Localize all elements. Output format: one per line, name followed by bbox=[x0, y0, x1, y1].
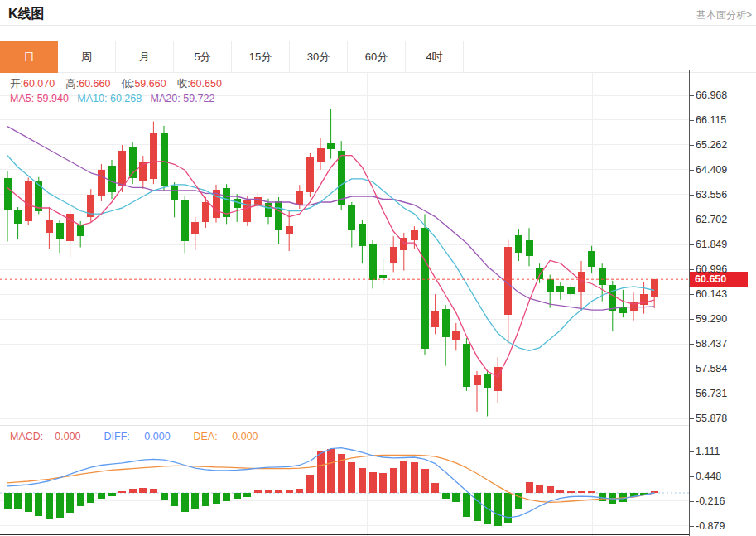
macd-bar[interactable] bbox=[556, 490, 564, 493]
macd-bar[interactable] bbox=[578, 491, 585, 493]
candle[interactable] bbox=[369, 244, 377, 280]
candle[interactable] bbox=[536, 268, 543, 278]
macd-bar[interactable] bbox=[474, 493, 481, 521]
macd-bar[interactable] bbox=[171, 493, 178, 506]
candle[interactable] bbox=[442, 309, 450, 336]
macd-bar[interactable] bbox=[191, 493, 199, 509]
macd-bar[interactable] bbox=[77, 493, 84, 506]
macd-bar[interactable] bbox=[526, 482, 533, 493]
candle[interactable] bbox=[243, 200, 251, 222]
macd-bar[interactable] bbox=[223, 493, 230, 501]
macd-bar[interactable] bbox=[46, 493, 53, 519]
candle[interactable] bbox=[390, 247, 397, 263]
macd-bar[interactable] bbox=[327, 449, 335, 493]
macd-bar[interactable] bbox=[118, 491, 126, 493]
macd-bar[interactable] bbox=[66, 493, 74, 513]
candle[interactable] bbox=[484, 374, 491, 389]
tab-60分[interactable]: 60分 bbox=[348, 41, 406, 73]
candle[interactable] bbox=[161, 133, 168, 186]
macd-bar[interactable] bbox=[651, 491, 658, 493]
macd-bar[interactable] bbox=[547, 486, 554, 493]
candle[interactable] bbox=[46, 220, 53, 233]
candle[interactable] bbox=[77, 225, 84, 236]
candlestick-chart[interactable] bbox=[0, 73, 689, 427]
candle[interactable] bbox=[306, 157, 314, 192]
macd-bar[interactable] bbox=[317, 451, 325, 493]
candle[interactable] bbox=[588, 251, 595, 266]
macd-bar[interactable] bbox=[14, 493, 22, 509]
macd-bar[interactable] bbox=[431, 483, 439, 493]
candle[interactable] bbox=[171, 186, 178, 200]
candle[interactable] bbox=[191, 222, 199, 234]
macd-bar[interactable] bbox=[254, 490, 262, 493]
candle[interactable] bbox=[651, 279, 658, 296]
macd-bar[interactable] bbox=[181, 493, 189, 512]
candle[interactable] bbox=[296, 191, 303, 205]
macd-bar[interactable] bbox=[4, 493, 12, 509]
candle[interactable] bbox=[25, 181, 32, 221]
candle[interactable] bbox=[431, 311, 439, 327]
macd-bar[interactable] bbox=[275, 490, 282, 493]
candle[interactable] bbox=[254, 197, 262, 205]
macd-bar[interactable] bbox=[588, 491, 595, 493]
candle[interactable] bbox=[202, 202, 209, 222]
macd-bar[interactable] bbox=[213, 493, 220, 504]
candle[interactable] bbox=[609, 285, 616, 311]
candle[interactable] bbox=[379, 275, 387, 279]
tab-日[interactable]: 日 bbox=[0, 41, 58, 73]
macd-bar[interactable] bbox=[379, 473, 387, 493]
candle[interactable] bbox=[56, 223, 64, 239]
macd-bar[interactable] bbox=[567, 491, 575, 493]
candle[interactable] bbox=[108, 166, 116, 192]
candle[interactable] bbox=[317, 148, 325, 162]
macd-bar[interactable] bbox=[369, 472, 377, 493]
macd-chart[interactable] bbox=[0, 427, 689, 536]
tab-5分[interactable]: 5分 bbox=[174, 41, 232, 73]
candle[interactable] bbox=[599, 268, 606, 284]
macd-bar[interactable] bbox=[265, 490, 272, 493]
candle[interactable] bbox=[526, 240, 533, 256]
candle[interactable] bbox=[348, 205, 355, 230]
macd-bar[interactable] bbox=[286, 490, 293, 493]
macd-bar[interactable] bbox=[463, 493, 470, 517]
tab-月[interactable]: 月 bbox=[116, 41, 174, 73]
candle[interactable] bbox=[150, 133, 157, 179]
macd-bar[interactable] bbox=[390, 468, 397, 493]
macd-bar[interactable] bbox=[202, 493, 209, 506]
tab-4时[interactable]: 4时 bbox=[406, 41, 464, 73]
macd-bar[interactable] bbox=[25, 493, 32, 512]
candle[interactable] bbox=[359, 224, 366, 246]
macd-bar[interactable] bbox=[296, 489, 303, 493]
tab-30分[interactable]: 30分 bbox=[290, 41, 348, 73]
macd-bar[interactable] bbox=[35, 493, 42, 516]
candle[interactable] bbox=[98, 170, 105, 196]
tab-周[interactable]: 周 bbox=[58, 41, 116, 73]
macd-bar[interactable] bbox=[442, 493, 450, 499]
candle[interactable] bbox=[547, 279, 554, 292]
candle[interactable] bbox=[181, 200, 189, 241]
macd-bar[interactable] bbox=[243, 493, 251, 497]
macd-bar[interactable] bbox=[56, 493, 64, 518]
macd-bar[interactable] bbox=[536, 485, 543, 493]
candle[interactable] bbox=[327, 143, 335, 149]
macd-bar[interactable] bbox=[452, 493, 460, 502]
macd-bar[interactable] bbox=[150, 489, 157, 493]
macd-bar[interactable] bbox=[87, 493, 94, 503]
macd-bar[interactable] bbox=[504, 493, 512, 523]
candle[interactable] bbox=[234, 199, 241, 209]
macd-bar[interactable] bbox=[306, 475, 314, 493]
macd-bar[interactable] bbox=[108, 493, 116, 496]
candle[interactable] bbox=[578, 272, 585, 292]
macd-bar[interactable] bbox=[400, 461, 407, 493]
fundamental-analysis-link[interactable]: 基本面分析> bbox=[696, 8, 752, 22]
candle[interactable] bbox=[14, 210, 22, 224]
macd-bar[interactable] bbox=[129, 489, 137, 493]
macd-bar[interactable] bbox=[421, 469, 429, 493]
macd-bar[interactable] bbox=[348, 462, 355, 493]
macd-bar[interactable] bbox=[234, 493, 241, 499]
tab-15分[interactable]: 15分 bbox=[232, 41, 290, 73]
candle[interactable] bbox=[286, 226, 293, 233]
candle[interactable] bbox=[118, 151, 126, 186]
macd-bar[interactable] bbox=[359, 468, 366, 493]
candle[interactable] bbox=[4, 178, 12, 210]
